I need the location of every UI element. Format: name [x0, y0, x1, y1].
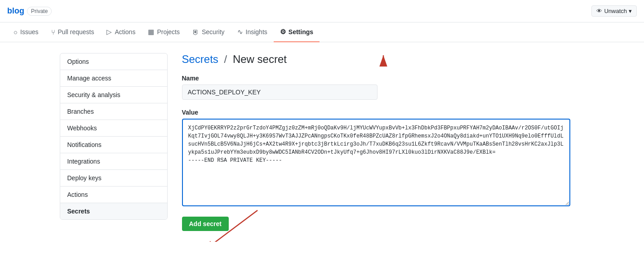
sidebar-item-webhooks[interactable]: Webhooks — [60, 120, 167, 137]
tab-security[interactable]: ⛨ Security — [186, 22, 231, 42]
name-field-group: Name — [182, 75, 570, 100]
sidebar-item-webhooks-label: Webhooks — [67, 124, 97, 132]
sidebar-item-deploy-keys-label: Deploy keys — [67, 174, 102, 182]
breadcrumb: Secrets / New secret — [182, 53, 570, 66]
sidebar-item-secrets-label: Secrets — [67, 208, 90, 215]
settings-sidebar: Options Manage access Security & analysi… — [60, 53, 168, 220]
tab-insights[interactable]: ∿ Insights — [231, 22, 274, 42]
sidebar-item-actions-label: Actions — [67, 191, 88, 198]
tab-projects[interactable]: ▦ Projects — [142, 22, 186, 42]
tab-pull-requests[interactable]: ⑂ Pull requests — [45, 22, 101, 42]
tab-actions[interactable]: ▷ Actions — [100, 22, 142, 42]
tab-insights-label: Insights — [246, 28, 267, 36]
sidebar-item-manage-access-label: Manage access — [67, 75, 111, 82]
add-secret-button[interactable]: Add secret — [182, 217, 229, 231]
repo-title: blog Private — [7, 6, 52, 16]
sidebar-item-actions[interactable]: Actions — [60, 187, 167, 203]
sidebar-item-notifications[interactable]: Notifications — [60, 137, 167, 153]
sidebar-item-security-analysis[interactable]: Security & analysis — [60, 87, 167, 103]
main-content: Options Manage access Security & analysi… — [53, 42, 592, 242]
sidebar-item-secrets[interactable]: Secrets — [60, 203, 167, 219]
tab-security-label: Security — [202, 28, 225, 36]
unwatch-label: Unwatch — [604, 8, 627, 14]
tab-pull-requests-label: Pull requests — [58, 28, 94, 36]
tab-settings[interactable]: ⚙ Settings — [274, 22, 320, 42]
tab-settings-label: Settings — [289, 28, 313, 36]
sidebar-item-integrations[interactable]: Integrations — [60, 153, 167, 170]
value-field-group: Value — [182, 109, 570, 208]
chevron-down-icon: ▾ — [629, 8, 632, 14]
sidebar-item-branches[interactable]: Branches — [60, 103, 167, 120]
name-input[interactable] — [182, 84, 378, 100]
security-icon: ⛨ — [192, 28, 199, 36]
sidebar-item-notifications-label: Notifications — [67, 141, 102, 148]
value-textarea[interactable] — [182, 119, 570, 206]
name-label: Name — [182, 75, 570, 82]
repo-badge: Private — [27, 7, 52, 16]
sidebar-item-deploy-keys[interactable]: Deploy keys — [60, 170, 167, 187]
sidebar-item-options-label: Options — [67, 58, 89, 65]
breadcrumb-separator: / — [224, 53, 227, 65]
breadcrumb-current: New secret — [233, 53, 287, 65]
insights-icon: ∿ — [237, 28, 243, 36]
eye-icon: 👁 — [596, 8, 602, 14]
breadcrumb-secrets-link[interactable]: Secrets — [182, 53, 218, 65]
sidebar-item-integrations-label: Integrations — [67, 158, 100, 165]
projects-icon: ▦ — [148, 28, 154, 36]
repo-name[interactable]: blog — [7, 6, 24, 16]
actions-icon: ▷ — [107, 28, 112, 36]
issues-icon: ○ — [13, 28, 18, 36]
value-label: Value — [182, 109, 570, 116]
tab-projects-label: Projects — [157, 28, 180, 36]
sidebar-item-security-analysis-label: Security & analysis — [67, 91, 120, 98]
sidebar-item-branches-label: Branches — [67, 108, 94, 115]
sidebar-item-options[interactable]: Options — [60, 53, 167, 70]
value-textarea-wrapper — [182, 119, 570, 208]
pull-request-icon: ⑂ — [51, 28, 55, 36]
top-bar: blog Private 👁 Unwatch ▾ — [0, 0, 644, 22]
unwatch-button[interactable]: 👁 Unwatch ▾ — [591, 5, 637, 17]
tab-issues-label: Issues — [20, 28, 38, 36]
settings-icon: ⚙ — [280, 28, 286, 36]
tab-actions-label: Actions — [115, 28, 135, 36]
sidebar-item-manage-access[interactable]: Manage access — [60, 70, 167, 87]
content-area: Secrets / New secret Name Value Add secr… — [168, 53, 585, 231]
nav-tabs: ○ Issues ⑂ Pull requests ▷ Actions ▦ Pro… — [0, 22, 644, 42]
add-secret-group: Add secret — [182, 217, 570, 231]
tab-issues[interactable]: ○ Issues — [7, 22, 45, 42]
